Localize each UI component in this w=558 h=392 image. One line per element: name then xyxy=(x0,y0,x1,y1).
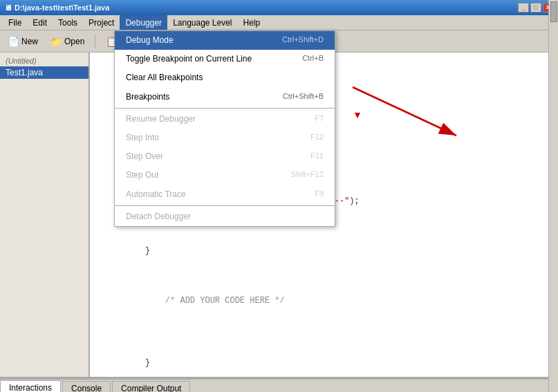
menu-automatic-trace: Automatic Trace F9 xyxy=(115,185,335,204)
menu-clear-breakpoints[interactable]: Clear All Breakpoints xyxy=(115,68,335,87)
title-text: D:\java-test\test\Test1.java xyxy=(12,3,518,12)
maximize-button[interactable]: □ xyxy=(530,3,541,12)
menu-step-out: Step Out Shift+F12 xyxy=(115,166,335,185)
menu-bar: File Edit Tools Project Debugger Languag… xyxy=(0,15,558,30)
tab-compiler-output[interactable]: Compiler Output xyxy=(112,381,190,392)
menu-toggle-breakpoint[interactable]: Toggle Breakpoint on Current Line Ctrl+B xyxy=(115,50,335,68)
bottom-panel: Interactions Console Compiler Output Wel… xyxy=(0,378,558,392)
menu-file[interactable]: File xyxy=(3,15,27,30)
menu-tools[interactable]: Tools xyxy=(53,15,83,30)
file-item-test1[interactable]: Test1.java xyxy=(0,66,89,79)
file-panel: (Untitled) Test1.java xyxy=(0,53,90,377)
debugger-dropdown: Debug Mode Ctrl+Shift+D Toggle Breakpoin… xyxy=(114,30,335,227)
open-button[interactable]: 📁 Open xyxy=(46,32,89,50)
new-icon: 📄 xyxy=(8,36,19,47)
tab-interactions[interactable]: Interactions xyxy=(0,380,61,392)
menu-debugger[interactable]: Debugger xyxy=(120,15,167,30)
title-bar: 🖥 D:\java-test\test\Test1.java _ □ ✕ xyxy=(0,0,558,15)
menu-project[interactable]: Project xyxy=(83,15,120,30)
menu-help[interactable]: Help xyxy=(238,15,266,30)
menu-resume-debugger: Resume Debugger F7 xyxy=(115,110,335,129)
menu-edit[interactable]: Edit xyxy=(27,15,53,30)
toolbar-separator-1 xyxy=(95,35,95,48)
new-button[interactable]: 📄 New xyxy=(3,32,43,50)
menu-debug-mode[interactable]: Debug Mode Ctrl+Shift+D xyxy=(115,31,335,50)
open-icon: 📁 xyxy=(50,36,62,47)
minimize-button[interactable]: _ xyxy=(518,3,529,12)
tab-console[interactable]: Console xyxy=(62,381,111,392)
dropdown-separator-2 xyxy=(115,205,335,206)
debug-marker: ▼ xyxy=(353,109,362,120)
menu-step-over: Step Over F11 xyxy=(115,147,335,166)
file-panel-header: (Untitled) xyxy=(0,55,89,66)
tabs-bar: Interactions Console Compiler Output xyxy=(0,380,558,392)
menu-detach-debugger: Detach Debugger xyxy=(115,207,335,226)
menu-breakpoints[interactable]: Breakpoints Ctrl+Shift+B xyxy=(115,88,335,106)
dropdown-separator-1 xyxy=(115,108,335,109)
menu-language-level[interactable]: Language Level xyxy=(167,15,237,30)
menu-step-into: Step Into F12 xyxy=(115,129,335,147)
app-icon: 🖥 xyxy=(4,3,12,12)
